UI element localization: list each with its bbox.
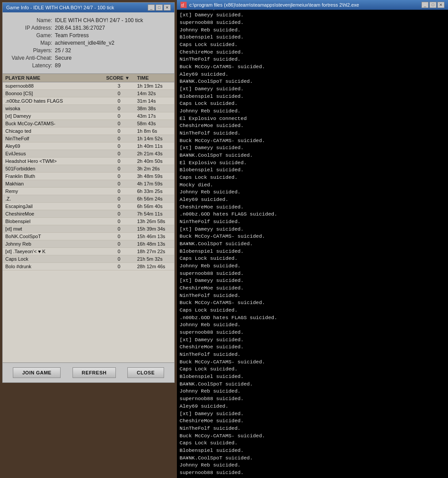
player-time-cell: 3h 48m 59s [134,173,174,180]
console-line: supernoob88 suicided. [180,395,445,403]
player-name-cell: Franklin Bluth [3,173,103,180]
player-score-cell: 0 [103,188,134,195]
player-name-cell: .Z. [3,195,103,203]
player-time-cell: 43m 17s [134,112,174,120]
console-line: Johnny Reb suicided. [180,462,445,469]
player-score-cell: 0 [103,210,134,218]
window-close-button[interactable]: ✕ [164,4,171,11]
console-line: Aley69 suicided. [180,403,445,410]
player-score-cell: 0 [103,158,134,165]
table-row[interactable]: Remy06h 33m 25s [3,188,174,195]
console-line: BA¥NK.CoolSpoT suicided. [180,381,445,388]
console-line: NinTheFolf suicided. [180,425,445,432]
table-row[interactable]: [xt] mwt015h 39m 34s [3,225,174,233]
console-line: [xt] Dameyy suicided. [180,12,445,19]
player-score-cell: 0 [103,240,134,248]
console-minimize-button[interactable]: _ [421,2,429,8]
table-row[interactable]: 501Forbidden03h 2m 26s [3,165,174,173]
game-value: Team Fortress [55,32,169,39]
restore-button[interactable]: □ [156,4,163,11]
table-row[interactable]: Caps Lock021h 5m 32s [3,255,174,263]
console-line: Johnny Reb suicided. [180,321,445,329]
ip-row: IP Address: 208.64.181.36:27027 [8,25,169,31]
table-row[interactable]: [xt] Dameyy043m 17s [3,112,174,120]
map-value: achievement_idle4life_v2 [55,40,169,46]
table-row[interactable]: Aley6901h 40m 11s [3,143,174,150]
table-row[interactable]: Bolo #drunk028h 12m 46s [3,263,174,270]
console-line: BA¥NK.CoolSpoT suicided. [180,455,445,462]
console-restore-button[interactable]: □ [429,2,437,8]
console-line: [xt] Dameyy suicided. [180,336,445,344]
console-line: Buck McCoy-CATAMS- suicided. [180,137,445,145]
table-row[interactable]: supernoob8831h 19m 12s [3,82,174,90]
console-line: Buck McCoy-CATAMS- suicided. [180,432,445,440]
player-score-cell: 0 [103,97,134,105]
table-row[interactable]: Makhian04h 17m 59s [3,180,174,188]
player-name-cell: wisoka [3,105,103,112]
table-row[interactable]: NinTheFolf01h 14m 52s [3,135,174,143]
console-output[interactable]: BA¥NK.CoolSpoT suicided..n00bz.GOD hates… [177,10,448,478]
col-header-name[interactable]: PLAYER NAME [3,74,103,82]
player-time-cell: 4h 17m 59s [134,180,174,188]
table-row[interactable]: Johnny Reb016h 48m 13s [3,240,174,248]
table-row[interactable]: CheshireMoe07h 54m 11s [3,210,174,218]
player-score-cell: 0 [103,248,134,255]
console-close-button[interactable]: ✕ [437,2,444,8]
player-score-cell: 0 [103,233,134,240]
latency-row: Latency: 89 [8,62,169,69]
player-name-cell: Headshot Hero <TWM> [3,158,103,165]
table-row[interactable]: Buck McCoy-CATAMS-058m 43s [3,120,174,127]
refresh-button[interactable]: REFRESH [73,367,116,378]
player-name-cell: BoNK.CoolSpoT [3,233,103,240]
console-line: supernoob88 suicided. [180,19,445,27]
console-line: NinTheFolf suicided. [180,292,445,300]
console-line: BA¥NK.CoolSpoT suicided. [180,152,445,159]
player-score-cell: 0 [103,135,134,143]
player-score-cell: 0 [103,255,134,263]
player-name-cell: Chicago ted [3,127,103,135]
vac-label: Valve Anti-Cheat: [8,55,52,61]
console-line: Caps Lock suicided. [180,439,445,447]
table-row[interactable]: BoNK.CoolSpoT015h 46m 13s [3,233,174,240]
console-line: [xt] Dameyy suicided. [180,277,445,285]
table-row[interactable]: EscapingJail06h 56m 40s [3,203,174,210]
player-time-cell: 13h 26m 58s [134,218,174,225]
join-game-button[interactable]: JOIN GAME [13,367,61,378]
console-line: Johnny Reb suicided. [180,262,445,270]
player-time-cell: 2h 21m 43s [134,150,174,158]
console-title-bar: tf c:\program files (x86)\steam\steamapp… [177,0,448,10]
console-line: .n00bz.GOD hates FLAGS suicided. [180,211,445,218]
player-time-cell: 15h 46m 13s [134,233,174,240]
console-panel: tf c:\program files (x86)\steam\steamapp… [177,0,448,478]
player-name-cell: CheshireMoe [3,210,103,218]
table-row[interactable]: wisoka038m 38s [3,105,174,112]
table-row[interactable]: .Z.06h 56m 24s [3,195,174,203]
ip-value: 208.64.181.36:27027 [55,25,169,31]
vac-value: Secure [55,55,169,61]
table-row[interactable]: .n00bz.GOD hates FLAGS031m 14s [3,97,174,105]
console-title-icon: tf [180,2,187,8]
console-line: [xt] Dameyy suicided. [180,410,445,418]
player-score-cell: 0 [103,263,134,270]
table-row[interactable]: Blobenspiel013h 26m 58s [3,218,174,225]
table-row[interactable]: Boonoo [CS]014m 32s [3,90,174,97]
player-name-cell: EscapingJail [3,203,103,210]
table-row[interactable]: Chicago ted01h 8m 6s [3,127,174,135]
table-row[interactable]: [xt] .Taeyeon'< ♥ K018h 27m 22s [3,248,174,255]
col-header-time[interactable]: TIME [134,74,174,82]
player-score-cell: 3 [103,82,134,90]
table-row[interactable]: Franklin Bluth03h 48m 59s [3,173,174,180]
table-row[interactable]: EvilJesus02h 21m 43s [3,150,174,158]
vac-row: Valve Anti-Cheat: Secure [8,55,169,61]
col-header-score[interactable]: SCORE ▼ [103,74,134,82]
title-bar-buttons: _ □ ✕ [148,4,171,11]
player-name-cell: Buck McCoy-CATAMS- [3,120,103,127]
name-label: Name: [8,17,52,23]
console-line: CheshireMoe suicided. [180,204,445,211]
players-value: 25 / 32 [55,47,169,54]
table-row[interactable]: Headshot Hero <TWM>02h 40m 50s [3,158,174,165]
console-line: supernoob88 suicided. [180,329,445,336]
action-buttons-row: JOIN GAME REFRESH CLOSE [3,363,174,382]
close-button[interactable]: CLOSE [127,367,164,378]
minimize-button[interactable]: _ [148,4,155,11]
